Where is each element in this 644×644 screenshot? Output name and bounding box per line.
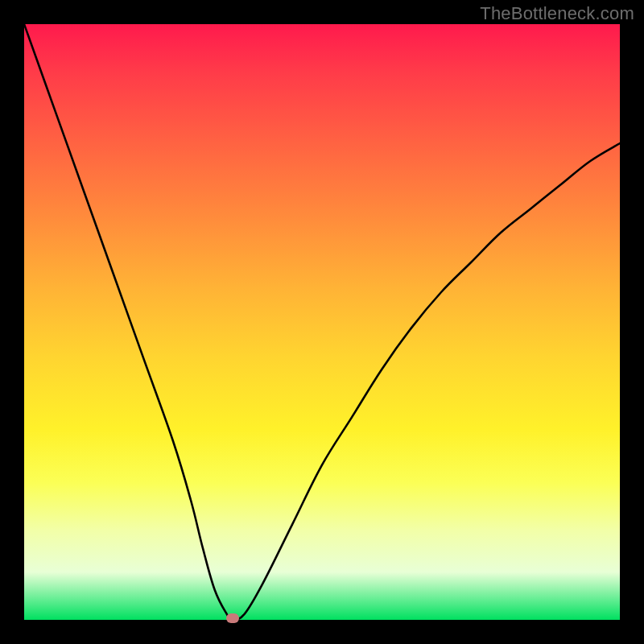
chart-frame: TheBottleneck.com [0,0,644,644]
optimum-marker [226,613,239,623]
plot-area [24,24,620,620]
bottleneck-curve [24,24,620,620]
watermark-text: TheBottleneck.com [480,3,634,24]
